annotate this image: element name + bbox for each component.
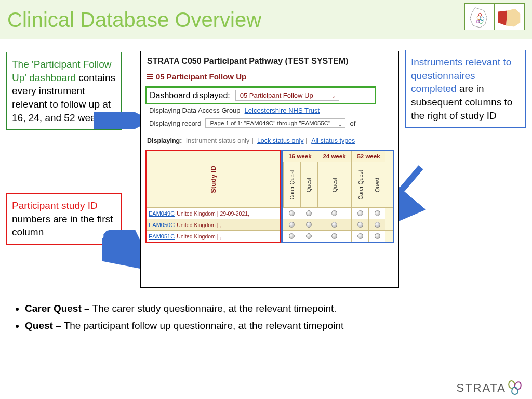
record-dropdown[interactable]: Page 1 of 1: "EAM049C" through "EAM055C"… bbox=[205, 118, 345, 128]
status-dot[interactable] bbox=[351, 231, 368, 242]
strata-logo: STRATA bbox=[456, 380, 525, 395]
status-dot[interactable] bbox=[283, 208, 300, 219]
filter-all-status[interactable]: All status types bbox=[309, 137, 357, 144]
bullet-item: Carer Quest – The carer study questionna… bbox=[25, 301, 521, 316]
legend-bullets: Carer Quest – The carer study questionna… bbox=[11, 301, 521, 335]
status-dot[interactable] bbox=[351, 208, 368, 219]
status-dot[interactable] bbox=[300, 231, 317, 242]
week-header: 16 week bbox=[283, 151, 317, 162]
redcap-screenshot: STRATA C050 Participant Pathway (TEST SY… bbox=[140, 51, 399, 288]
annotation-highlight: Participant study ID bbox=[12, 200, 98, 211]
record-id-link[interactable]: EAM051C bbox=[149, 233, 175, 240]
grid-icon bbox=[147, 74, 153, 79]
status-dot[interactable] bbox=[283, 219, 300, 230]
instrument-header: Quest bbox=[300, 162, 317, 207]
page-title: Clinical Database Overview bbox=[7, 8, 261, 32]
dashboard-dropdown[interactable]: 05 Participant Follow Up⌄ bbox=[235, 90, 339, 101]
logo-loops-icon bbox=[508, 380, 525, 395]
uk-regions-map-icon bbox=[464, 3, 495, 30]
status-dot[interactable] bbox=[368, 231, 385, 242]
record-meta: United Kingdom | , bbox=[177, 233, 221, 240]
status-dot[interactable] bbox=[317, 208, 351, 219]
study-id-column: Study ID EAM049C United Kingdom | 29-09-… bbox=[145, 150, 281, 243]
table-row bbox=[283, 219, 393, 230]
arrow-icon bbox=[94, 112, 145, 129]
table-row: EAM050C United Kingdom | , bbox=[147, 219, 280, 230]
data-table: Study ID EAM049C United Kingdom | 29-09-… bbox=[145, 150, 394, 243]
instrument-header: Quest bbox=[369, 162, 385, 207]
record-meta: United Kingdom | 29-09-2021, bbox=[177, 210, 249, 217]
status-dot[interactable] bbox=[317, 231, 351, 242]
system-header: STRATA C050 Participant Pathway (TEST SY… bbox=[141, 51, 398, 70]
displaying-filter: Displaying: Instrument status only| Lock… bbox=[141, 133, 398, 148]
chevron-down-icon: ⌄ bbox=[331, 93, 336, 99]
status-dot[interactable] bbox=[300, 208, 317, 219]
dag-label: Displaying Data Access Group bbox=[149, 107, 241, 114]
table-row: EAM049C United Kingdom | 29-09-2021, bbox=[147, 207, 280, 219]
map-icons bbox=[464, 3, 525, 30]
status-dot[interactable] bbox=[368, 219, 385, 230]
filter-instrument-status[interactable]: Instrument status only bbox=[184, 137, 251, 144]
record-of: of bbox=[350, 119, 355, 127]
status-dot[interactable] bbox=[317, 219, 351, 230]
status-dot[interactable] bbox=[300, 219, 317, 230]
annotation-instruments: Instruments relevant to questionnaires c… bbox=[405, 50, 526, 128]
status-dot[interactable] bbox=[368, 208, 385, 219]
record-meta: United Kingdom | , bbox=[177, 222, 221, 228]
table-row bbox=[283, 207, 393, 219]
record-id-link[interactable]: EAM050C bbox=[149, 222, 175, 228]
bullet-item: Quest – The participant follow up questi… bbox=[25, 318, 521, 334]
instrument-header: Carer Quest bbox=[352, 162, 369, 207]
table-row bbox=[283, 230, 393, 242]
instrument-header: Carer Quest bbox=[283, 162, 300, 207]
study-id-header: Study ID bbox=[147, 151, 280, 207]
week-header: 52 week bbox=[352, 151, 385, 162]
record-id-link[interactable]: EAM049C bbox=[149, 210, 175, 217]
annotation-text: numbers are in the first column bbox=[12, 214, 113, 238]
australia-map-icon bbox=[495, 3, 525, 30]
instruments-columns: 16 week Carer Quest Quest 24 week Quest … bbox=[281, 150, 394, 243]
dag-link[interactable]: Leicestershire NHS Trust bbox=[245, 107, 320, 114]
svg-line-6 bbox=[105, 233, 145, 264]
table-row: EAM051C United Kingdom | , bbox=[147, 230, 280, 242]
chevron-down-icon: ⌄ bbox=[338, 122, 342, 127]
filter-lock-status[interactable]: Lock status only bbox=[255, 137, 306, 144]
status-dot[interactable] bbox=[283, 231, 300, 242]
dashboard-title: 05 Participant Follow Up bbox=[141, 70, 398, 86]
status-dot[interactable] bbox=[351, 219, 368, 230]
dashboard-selector-box: Dashboard displayed: 05 Participant Foll… bbox=[145, 86, 376, 104]
dashboard-label: Dashboard displayed: bbox=[150, 91, 230, 100]
instrument-header: Quest bbox=[317, 162, 351, 207]
week-header: 24 week bbox=[317, 151, 351, 162]
record-label: Displaying record bbox=[149, 119, 201, 127]
title-bar: Clinical Database Overview bbox=[0, 0, 532, 39]
